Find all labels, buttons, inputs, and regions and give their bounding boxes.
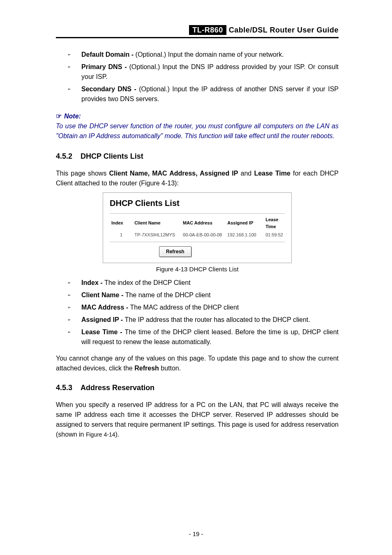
text: and xyxy=(238,170,254,177)
list-item: Primary DNS - (Optional.) Input the DNS … xyxy=(56,62,339,82)
dhcp-clients-table: Index Client Name MAC Address Assigned I… xyxy=(110,213,285,242)
term: Client Name - xyxy=(81,291,125,298)
list-item: Assigned IP - The IP address that the ro… xyxy=(56,315,339,325)
term: Primary DNS - xyxy=(81,63,129,70)
section-title: Address Reservation xyxy=(81,384,154,392)
list-item: Index - The index of the DHCP Client xyxy=(56,278,339,288)
table-row: 1 TP-7XXSIHL12MYS 00-0A-EB-00-00-08 192.… xyxy=(110,231,285,242)
desc: The MAC address of the DHCP client xyxy=(130,304,239,311)
list-item: Secondary DNS - (Optional.) Input the IP… xyxy=(56,84,339,104)
fields-list: Index - The index of the DHCP Client Cli… xyxy=(56,278,339,347)
text-bold: Lease Time xyxy=(254,170,291,177)
col-mac: MAC Address xyxy=(181,214,226,231)
section-4-5-2-heading: 4.5.2DHCP Clients List xyxy=(56,151,339,162)
cell-ip: 192.168.1.100 xyxy=(226,231,264,242)
page-number: - 19 - xyxy=(0,530,392,539)
page: TL-R860Cable/DSL Router User Guide Defau… xyxy=(0,0,392,555)
table-header-row: Index Client Name MAC Address Assigned I… xyxy=(110,214,285,231)
section-4-5-3-heading: 4.5.3Address Reservation xyxy=(56,382,339,393)
desc: The name of the DHCP client xyxy=(125,291,211,298)
update-paragraph: You cannot change any of the values on t… xyxy=(56,354,339,373)
desc: The IP address that the router has alloc… xyxy=(125,316,310,323)
desc: The index of the DHCP Client xyxy=(104,279,191,286)
cell-mac: 00-0A-EB-00-00-08 xyxy=(181,231,226,242)
figure-caption: Figure 4-13 DHCP Clients List xyxy=(103,265,292,274)
list-item: Default Domain - (Optional.) Input the d… xyxy=(56,50,339,60)
guide-title: Cable/DSL Router User Guide xyxy=(229,26,339,34)
top-feature-list: Default Domain - (Optional.) Input the d… xyxy=(56,50,339,104)
text: ). xyxy=(115,431,120,438)
term: MAC Address - xyxy=(81,304,130,311)
panel-title: DHCP Clients List xyxy=(110,197,285,209)
cell-client-name: TP-7XXSIHL12MYS xyxy=(133,231,181,242)
term: Lease Time - xyxy=(81,328,125,335)
figure-4-13: DHCP Clients List Index Client Name MAC … xyxy=(103,192,292,274)
col-index: Index xyxy=(110,214,133,231)
product-model: TL-R860 xyxy=(189,25,226,35)
text: button. xyxy=(159,365,181,372)
term: Index - xyxy=(81,279,104,286)
col-ip: Assigned IP xyxy=(226,214,264,231)
text: You cannot change any of the values on t… xyxy=(56,355,339,372)
term: Assigned IP - xyxy=(81,316,125,323)
note-label: Note: xyxy=(64,113,81,120)
note-heading: ☞Note: xyxy=(56,111,339,121)
section-number: 4.5.3 xyxy=(56,384,72,392)
figure-ref: Figure 4-14 xyxy=(86,431,115,438)
section-title: DHCP Clients List xyxy=(81,152,143,160)
text-bold: Refresh xyxy=(134,365,159,372)
text: This page shows xyxy=(56,170,109,177)
col-lease: Lease Time xyxy=(264,214,285,231)
refresh-button[interactable]: Refresh xyxy=(159,246,191,257)
section-number: 4.5.2 xyxy=(56,152,72,160)
term: Secondary DNS - xyxy=(81,86,139,92)
col-client-name: Client Name xyxy=(133,214,181,231)
note-text: To use the DHCP server function of the r… xyxy=(56,121,339,141)
list-item: Client Name - The name of the DHCP clien… xyxy=(56,290,339,300)
list-item: MAC Address - The MAC address of the DHC… xyxy=(56,303,339,312)
list-item: Lease Time - The time of the DHCP client… xyxy=(56,327,339,347)
cell-index: 1 xyxy=(110,231,133,242)
hand-icon: ☞ xyxy=(56,113,62,120)
cell-lease: 01:59:52 xyxy=(264,231,285,242)
dhcp-clients-panel: DHCP Clients List Index Client Name MAC … xyxy=(103,192,292,263)
text-bold: Client Name, MAC Address, Assigned IP xyxy=(109,170,238,177)
term: Default Domain - xyxy=(81,51,136,58)
section-4-5-2-intro: This page shows Client Name, MAC Address… xyxy=(56,169,339,188)
section-4-5-3-paragraph: When you specify a reserved IP address f… xyxy=(56,400,339,439)
page-header: TL-R860Cable/DSL Router User Guide xyxy=(56,25,339,38)
refresh-wrap: Refresh xyxy=(110,246,285,257)
desc: (Optional.) Input the domain name of you… xyxy=(136,51,284,58)
